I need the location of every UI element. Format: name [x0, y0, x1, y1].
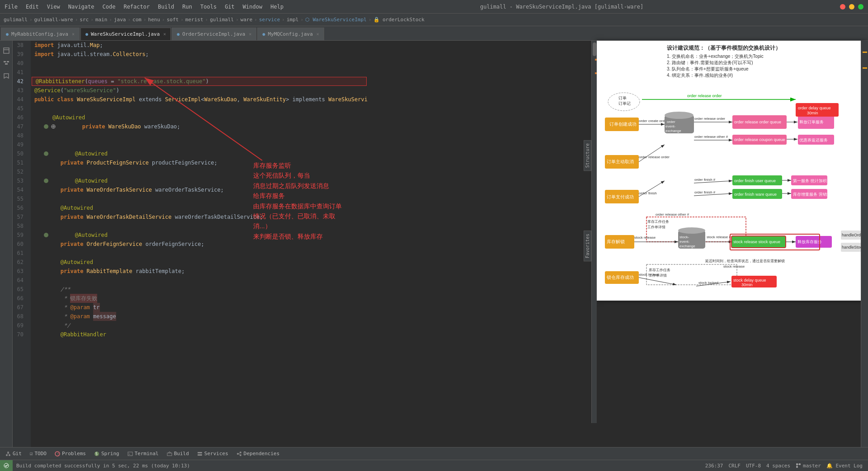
- status-charset[interactable]: UTF-8: [744, 463, 763, 469]
- breadcrumb-item[interactable]: ware: [241, 17, 253, 23]
- scroll-marker: [595, 72, 597, 74]
- tab-close-icon[interactable]: ×: [249, 32, 251, 37]
- problems-tool[interactable]: ! Problems: [51, 450, 90, 457]
- project-icon[interactable]: [2, 46, 11, 55]
- svg-point-10: [44, 151, 48, 156]
- svg-text:库存工作任务: 库存工作任务: [647, 220, 669, 224]
- todo-tool[interactable]: ☑ TODO: [26, 450, 50, 457]
- svg-text:库存工作任务: 库存工作任务: [649, 268, 670, 272]
- window-title: gulimall - WareSkuServiceImpl.java [guli…: [283, 4, 840, 10]
- svg-rect-131: [198, 454, 202, 456]
- window-controls[interactable]: [840, 4, 863, 9]
- status-indent[interactable]: 4 spaces: [764, 463, 792, 469]
- build-tool[interactable]: Build: [163, 450, 193, 457]
- breadcrumb-item[interactable]: soft: [167, 17, 179, 23]
- scrollbar-right[interactable]: [591, 41, 597, 423]
- structure-icon[interactable]: [2, 59, 11, 68]
- svg-point-139: [799, 463, 801, 465]
- build-message: Build completed successfully in 5 sec, 2…: [16, 463, 190, 469]
- tab-label: MyMQConfig.java: [268, 31, 312, 37]
- right-marker: [863, 67, 867, 69]
- breadcrumb-item[interactable]: service: [259, 17, 280, 23]
- breadcrumb-item[interactable]: com: [132, 17, 142, 23]
- breadcrumb-active[interactable]: ⬡ WareSkuServiceImpl: [305, 17, 367, 23]
- indent-value: 4 spaces: [766, 463, 790, 469]
- bookmark-icon[interactable]: [2, 71, 11, 80]
- tab-myrabbitconfig[interactable]: ● MyRabbitConfig.java ×: [1, 28, 80, 40]
- breadcrumb-item[interactable]: gulimall: [4, 17, 28, 23]
- tab-wareskuserviceimpl[interactable]: ● WareSkuServiceImpl.java ×: [80, 28, 171, 40]
- menu-file[interactable]: File: [5, 4, 18, 10]
- menu-run[interactable]: Run: [182, 4, 192, 10]
- breadcrumb-item[interactable]: main: [95, 17, 108, 23]
- minimize-button[interactable]: [849, 4, 854, 9]
- svg-text:stock release #: stock release #: [707, 235, 731, 239]
- svg-text:库存解锁: 库存解锁: [607, 239, 625, 244]
- code-line: @Service("wareSkuService"): [31, 86, 368, 95]
- menu-git[interactable]: Git: [225, 4, 235, 10]
- svg-text:订单记: 订单记: [618, 101, 631, 106]
- menu-refactor[interactable]: Refactor: [123, 4, 150, 10]
- terminal-tool[interactable]: >_ Terminal: [124, 450, 162, 457]
- services-label: Services: [204, 451, 228, 457]
- svg-point-83: [678, 227, 705, 234]
- event-log-label: 🔔 Event Log: [826, 463, 863, 469]
- menu-bar[interactable]: File Edit View Navigate Code Refactor Bu…: [5, 4, 283, 10]
- scrollbar-thumb[interactable]: [593, 42, 596, 56]
- svg-text:锁仓库存成功: 锁仓库存成功: [606, 275, 634, 280]
- spring-tool[interactable]: S Spring: [90, 450, 123, 457]
- tab-orderserviceimpl[interactable]: ● OrderServiceImpl.java ×: [172, 28, 256, 40]
- code-line: @Autowired: [31, 113, 368, 122]
- favorites-label[interactable]: Favorites: [584, 231, 591, 261]
- code-line: private ProductFeignService productFeign…: [31, 158, 368, 167]
- problems-icon: !: [55, 451, 60, 457]
- status-coords[interactable]: 236:37: [703, 463, 725, 469]
- close-button[interactable]: [840, 4, 845, 9]
- tab-close-icon[interactable]: ×: [72, 32, 75, 37]
- tab-close-icon[interactable]: ×: [316, 32, 319, 37]
- breadcrumb-item[interactable]: merist: [185, 17, 203, 23]
- menu-navigate[interactable]: Navigate: [68, 4, 94, 10]
- breadcrumb-item[interactable]: gulimall: [210, 17, 234, 23]
- tab-mymqconfig[interactable]: ● MyMQConfig.java ×: [257, 28, 324, 40]
- svg-rect-0: [4, 48, 9, 53]
- maximize-button[interactable]: [858, 4, 863, 9]
- tab-close-icon[interactable]: ×: [163, 32, 166, 37]
- svg-text:order delay queue: order delay queue: [798, 106, 831, 110]
- menu-view[interactable]: View: [47, 4, 60, 10]
- breadcrumb-item[interactable]: gulimall-ware: [34, 17, 73, 23]
- code-area[interactable]: import java.util.Map; import java.util.s…: [31, 41, 368, 447]
- code-line: /**: [31, 285, 368, 294]
- status-line-ending[interactable]: CRLF: [726, 463, 742, 469]
- menu-edit[interactable]: Edit: [26, 4, 39, 10]
- structure-label[interactable]: Structure: [584, 140, 591, 171]
- code-line: [31, 167, 368, 176]
- scroll-marker: [595, 59, 597, 61]
- svg-rect-130: [198, 452, 202, 453]
- dependencies-tool[interactable]: Dependencies: [233, 450, 283, 457]
- svg-text:工作单详情: 工作单详情: [647, 225, 665, 229]
- menu-build[interactable]: Build: [158, 4, 174, 10]
- breadcrumb-item[interactable]: henu: [148, 17, 160, 23]
- menu-help[interactable]: Help: [270, 4, 283, 10]
- breadcrumb-item[interactable]: src: [80, 17, 89, 23]
- svg-rect-2: [4, 61, 6, 62]
- menu-window[interactable]: Window: [243, 4, 262, 10]
- svg-point-134: [240, 454, 241, 456]
- code-line: [31, 59, 368, 68]
- services-tool[interactable]: Services: [193, 450, 232, 457]
- menu-code[interactable]: Code: [103, 4, 116, 10]
- git-tool[interactable]: Git: [2, 450, 25, 457]
- svg-text:stock-: stock-: [679, 235, 689, 239]
- svg-text:order: order: [667, 120, 675, 124]
- status-branch[interactable]: master: [794, 463, 823, 469]
- spring-label: Spring: [101, 451, 119, 457]
- svg-text:stock delay queue: stock delay queue: [733, 278, 766, 283]
- breadcrumb-item[interactable]: impl: [287, 17, 299, 23]
- status-event-log[interactable]: 🔔 Event Log: [825, 463, 864, 469]
- menu-tools[interactable]: Tools: [200, 4, 217, 10]
- svg-point-11: [44, 179, 48, 183]
- breadcrumb-item[interactable]: 🔒 orderLockStock: [373, 17, 425, 23]
- svg-text:order release other #: order release other #: [656, 212, 689, 217]
- breadcrumb-item[interactable]: java: [114, 17, 126, 23]
